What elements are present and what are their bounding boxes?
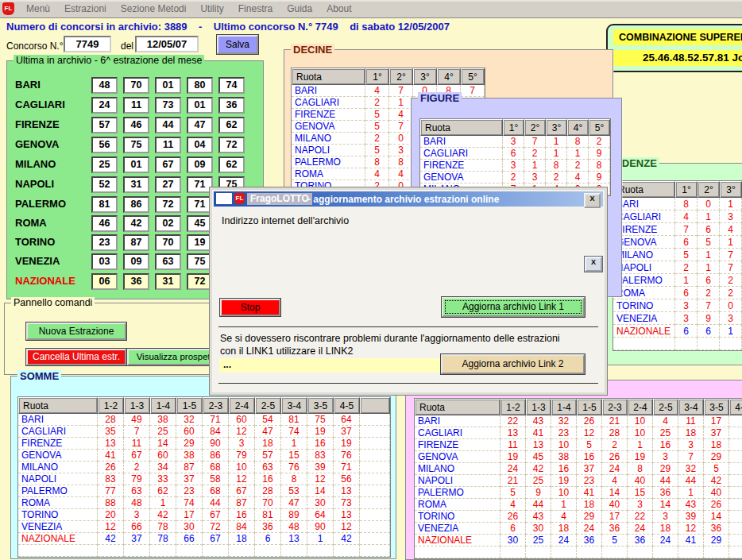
number-box[interactable]: 70 — [155, 234, 181, 251]
column-header[interactable]: 3-4 — [281, 397, 307, 414]
number-box[interactable]: 25 — [91, 156, 118, 173]
column-header[interactable]: Ruota — [415, 399, 500, 415]
number-box[interactable]: 09 — [123, 253, 149, 270]
number-box[interactable]: 81 — [91, 196, 118, 213]
column-header[interactable]: 2-5 — [653, 399, 678, 415]
number-box[interactable]: 04 — [187, 137, 213, 153]
number-box[interactable]: 27 — [155, 176, 181, 193]
number-box[interactable]: 72 — [155, 196, 181, 213]
column-header[interactable]: 3° — [413, 68, 437, 85]
close-icon[interactable]: X — [584, 193, 601, 208]
column-header[interactable]: 1-5 — [577, 399, 602, 415]
stop-button[interactable]: Stop — [220, 299, 280, 316]
column-header[interactable]: 2-4 — [628, 399, 653, 415]
salva-button[interactable]: Salva — [217, 35, 258, 54]
number-box[interactable]: 23 — [91, 234, 118, 251]
aggiorna-link2-button[interactable]: Aggiorna archivio Link 2 — [441, 354, 585, 374]
column-header[interactable]: 4° — [437, 68, 461, 85]
link2-url-input[interactable]: ... — [219, 358, 441, 373]
column-header[interactable]: 5° — [461, 68, 485, 85]
number-box[interactable]: 52 — [91, 176, 118, 193]
column-header[interactable] — [360, 397, 390, 414]
column-header[interactable]: 1° — [675, 181, 698, 198]
column-header[interactable]: 4-5 — [334, 397, 360, 414]
number-box[interactable]: 24 — [91, 97, 118, 114]
number-box[interactable]: 62 — [218, 117, 245, 133]
number-box[interactable]: 73 — [155, 97, 181, 114]
date-input[interactable]: 12/05/07 — [135, 36, 199, 52]
number-box[interactable]: 47 — [187, 117, 213, 133]
menu-item-sezione-metodi[interactable]: Sezione Metodi — [114, 3, 194, 14]
column-header[interactable]: Ruota — [292, 68, 365, 85]
column-header[interactable]: 3° — [546, 119, 567, 136]
column-header[interactable]: 3-5 — [307, 397, 334, 414]
column-header[interactable]: 1-3 — [526, 399, 551, 415]
nuova-estrazione-button[interactable]: Nuova Estrazione — [26, 322, 126, 340]
number-box[interactable]: 63 — [155, 253, 181, 270]
number-box[interactable]: 01 — [123, 156, 149, 173]
column-header[interactable]: 2° — [698, 181, 720, 198]
number-box[interactable]: 56 — [91, 137, 118, 153]
column-header[interactable]: 1-2 — [98, 397, 124, 414]
column-header[interactable]: Ruota — [420, 119, 503, 136]
aggiorna-link1-button[interactable]: Aggiorna archivio Link 1 — [442, 297, 585, 317]
number-box[interactable]: 36 — [123, 273, 149, 290]
dialog-titlebar[interactable]: FL FragoLOTTO - aggiornamento archivio e… — [214, 191, 603, 207]
menu-item-men-[interactable]: Menù — [19, 3, 57, 14]
column-header[interactable]: Ruota — [18, 397, 98, 414]
number-box[interactable]: 11 — [123, 97, 149, 114]
column-header[interactable]: 1° — [503, 119, 524, 136]
number-box[interactable]: 72 — [218, 137, 245, 153]
number-box[interactable]: 42 — [123, 215, 149, 232]
number-box[interactable]: 06 — [91, 273, 118, 290]
column-header[interactable]: 3-5 — [704, 399, 729, 415]
number-box[interactable]: 01 — [187, 97, 213, 114]
number-box[interactable]: 46 — [123, 117, 149, 133]
column-header[interactable]: 3-4 — [678, 399, 704, 415]
column-header[interactable]: 1-2 — [500, 399, 526, 415]
number-box[interactable]: 11 — [155, 137, 181, 153]
number-box[interactable]: 62 — [218, 156, 245, 173]
number-box[interactable]: 57 — [91, 117, 118, 133]
menu-item-utility[interactable]: Utility — [193, 3, 230, 14]
number-box[interactable]: 31 — [155, 273, 181, 290]
column-header[interactable]: 1-4 — [551, 399, 577, 415]
column-header[interactable]: 3° — [720, 181, 742, 198]
column-header[interactable]: 1° — [365, 68, 389, 85]
column-header[interactable]: 2-4 — [229, 397, 255, 414]
number-box[interactable]: 36 — [218, 97, 245, 114]
column-header[interactable]: 2-5 — [255, 397, 281, 414]
column-header[interactable]: 5° — [589, 119, 610, 136]
small-close-icon[interactable]: X — [585, 257, 602, 272]
column-header[interactable]: 4-5 — [729, 399, 742, 415]
column-header[interactable]: 1-5 — [176, 397, 203, 414]
number-box[interactable]: 46 — [91, 215, 118, 232]
number-box[interactable]: 75 — [123, 137, 149, 153]
number-box[interactable]: 80 — [187, 77, 213, 94]
column-header[interactable]: 2-3 — [203, 397, 229, 414]
column-header[interactable]: 2° — [389, 68, 413, 85]
cancella-ultima-button[interactable]: Cancella Ultima estr. — [26, 349, 126, 365]
concorso-number-input[interactable]: 7749 — [64, 36, 111, 52]
menu-item-about[interactable]: About — [319, 3, 358, 14]
number-box[interactable]: 67 — [155, 156, 181, 173]
column-header[interactable]: 2-3 — [602, 399, 628, 415]
number-box[interactable]: 87 — [123, 234, 149, 251]
column-header[interactable]: 4° — [567, 119, 589, 136]
number-box[interactable]: 01 — [155, 77, 181, 94]
number-box[interactable]: 70 — [123, 77, 149, 94]
menu-item-estrazioni[interactable]: Estrazioni — [57, 3, 114, 14]
number-box[interactable]: 44 — [155, 117, 181, 133]
menu-item-guida[interactable]: Guida — [280, 3, 319, 14]
number-box[interactable]: 09 — [187, 156, 213, 173]
number-box[interactable]: 86 — [123, 196, 149, 213]
number-box[interactable]: 03 — [91, 253, 118, 270]
column-header[interactable]: 1-3 — [124, 397, 150, 414]
number-box[interactable]: 74 — [218, 77, 245, 94]
column-header[interactable]: Ruota — [613, 181, 675, 198]
number-box[interactable]: 02 — [155, 215, 181, 232]
column-header[interactable]: 1-4 — [150, 397, 176, 414]
number-box[interactable]: 48 — [91, 77, 118, 94]
menu-item-finestra[interactable]: Finestra — [231, 3, 280, 14]
number-box[interactable]: 31 — [123, 176, 149, 193]
